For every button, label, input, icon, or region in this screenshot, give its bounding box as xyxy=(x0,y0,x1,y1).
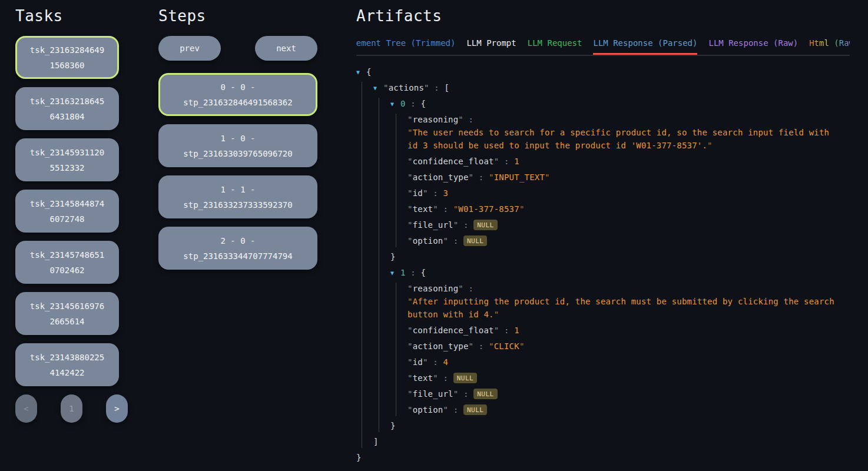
task-item-2[interactable]: tsk_231459311205512332 xyxy=(15,138,119,181)
steps-prev-button[interactable]: prev xyxy=(158,36,221,61)
json-key: file_url xyxy=(413,220,453,230)
collapse-icon[interactable]: ▼ xyxy=(390,267,397,279)
pagination-page-1-button[interactable]: 1 xyxy=(61,394,82,423)
json-colon: : xyxy=(458,220,473,230)
quote-mark: " xyxy=(423,188,428,198)
json-key: file_url xyxy=(413,389,453,399)
tab-html-raw[interactable]: Html (Raw) xyxy=(809,36,850,55)
json-colon: : xyxy=(428,188,443,198)
artifacts-tabbar: Element Tree (Trimmed)LLM PromptLLM Requ… xyxy=(356,36,850,56)
quote-mark: " xyxy=(458,284,463,293)
collapse-icon[interactable]: ▼ xyxy=(373,82,380,94)
tab-llm-response-parsed[interactable]: LLM Response (Parsed) xyxy=(593,36,697,55)
quote-mark: " xyxy=(408,157,413,166)
tasks-title: Tasks xyxy=(15,7,119,25)
json-key: reasoning xyxy=(413,284,459,293)
quote-mark: " xyxy=(408,236,413,246)
json-children-group: ▼0 : {"reasoning" : "The user needs to s… xyxy=(379,98,834,432)
quote-mark: " xyxy=(408,357,413,367)
task-item-0[interactable]: tsk_231632846491568360 xyxy=(15,36,119,79)
open-bracket: [ xyxy=(445,83,450,92)
quote-mark: " xyxy=(424,83,429,92)
collapse-icon[interactable]: ▼ xyxy=(390,98,397,110)
json-key: id xyxy=(413,357,423,367)
quote-mark: " xyxy=(433,373,438,383)
json-colon: : xyxy=(473,341,489,351)
json-property-row: "id" : 3 xyxy=(408,187,834,200)
json-colon: : xyxy=(463,284,473,293)
json-expandable-row: ▼0 : { xyxy=(390,98,834,110)
quote-mark: " xyxy=(408,297,413,306)
task-item-5[interactable]: tsk_231456169762665614 xyxy=(15,292,119,335)
json-colon: : xyxy=(438,204,453,214)
tasks-pagination: < 1 > xyxy=(15,394,128,423)
steps-next-button[interactable]: next xyxy=(255,36,317,61)
quote-mark: " xyxy=(408,128,413,137)
task-item-4[interactable]: tsk_231457486510702462 xyxy=(15,241,119,284)
tab-element-tree-trimmed[interactable]: Element Tree (Trimmed) xyxy=(356,36,455,55)
quote-mark: " xyxy=(408,389,413,399)
json-property-row: "reasoning" : "The user needs to search … xyxy=(408,114,834,152)
json-string-value: "The user needs to search for a specific… xyxy=(408,126,834,152)
quote-mark: " xyxy=(433,204,438,214)
step-item-3[interactable]: 2 - 0 - stp_231633344707774794 xyxy=(158,227,317,270)
json-string-value: "INPUT_TEXT" xyxy=(489,173,550,182)
quote-mark: " xyxy=(489,173,494,182)
tab-llm-request[interactable]: LLM Request xyxy=(528,36,582,55)
quote-mark: " xyxy=(383,83,389,92)
json-colon: : xyxy=(406,99,421,108)
pagination-prev-button[interactable]: < xyxy=(15,394,37,423)
step-list: 0 - 0 - stp_2316328464915683621 - 0 - st… xyxy=(158,73,317,270)
close-bracket: } xyxy=(356,452,834,464)
json-property-row: "confidence_float" : 1 xyxy=(408,155,834,168)
quote-mark: " xyxy=(519,341,525,351)
json-property-row: "option" : NULL xyxy=(408,404,834,416)
close-bracket: ] xyxy=(373,436,834,448)
step-item-2[interactable]: 1 - 1 - stp_231633237333592370 xyxy=(158,175,317,218)
json-key: text xyxy=(413,373,433,383)
json-number-value: 3 xyxy=(443,188,448,198)
step-item-1[interactable]: 1 - 0 - stp_231633039765096720 xyxy=(158,124,317,167)
quote-mark: " xyxy=(408,341,413,351)
artifacts-panel: Artifacts Element Tree (Trimmed)LLM Prom… xyxy=(356,0,850,467)
step-item-0[interactable]: 0 - 0 - stp_231632846491568362 xyxy=(158,73,317,116)
quote-mark: " xyxy=(489,341,494,351)
open-bracket: { xyxy=(421,99,426,108)
quote-mark: " xyxy=(408,115,413,124)
tab-llm-response-raw[interactable]: LLM Response (Raw) xyxy=(708,36,798,55)
quote-mark: " xyxy=(408,188,413,198)
artifacts-title: Artifacts xyxy=(356,7,850,25)
task-item-1[interactable]: tsk_231632186456431804 xyxy=(15,87,119,130)
quote-mark: " xyxy=(443,405,448,414)
quote-mark: " xyxy=(408,326,413,335)
task-item-3[interactable]: tsk_231458448746072748 xyxy=(15,190,119,233)
json-colon: : xyxy=(429,83,445,92)
json-expandable-row: ▼"actions" : [ xyxy=(373,82,834,94)
json-viewer: ▼{▼"actions" : [▼0 : {"reasoning" : "The… xyxy=(356,66,834,464)
quote-mark: " xyxy=(408,373,413,383)
json-property-row: "confidence_float" : 1 xyxy=(408,324,834,337)
json-property-row: "action_type" : "INPUT_TEXT" xyxy=(408,171,834,184)
null-badge: NULL xyxy=(463,236,488,246)
task-item-6[interactable]: tsk_231438802254142422 xyxy=(15,343,119,386)
tab-llm-prompt[interactable]: LLM Prompt xyxy=(466,36,516,55)
quote-mark: " xyxy=(423,357,428,367)
pagination-next-button[interactable]: > xyxy=(106,394,128,423)
null-badge: NULL xyxy=(453,373,478,383)
quote-mark: " xyxy=(469,173,474,182)
json-property-row: "text" : NULL xyxy=(408,372,834,384)
json-key: action_type xyxy=(413,341,469,351)
json-expandable-row: ▼{ xyxy=(356,66,834,78)
quote-mark: " xyxy=(408,284,413,293)
json-number-value: 1 xyxy=(514,326,519,335)
json-number-value: 1 xyxy=(514,157,519,166)
quote-mark: " xyxy=(408,204,413,214)
collapse-icon[interactable]: ▼ xyxy=(356,66,363,78)
quote-mark: " xyxy=(707,141,713,150)
quote-mark: " xyxy=(443,236,448,246)
json-key: option xyxy=(413,405,443,414)
json-property-row: "file_url" : NULL xyxy=(408,388,834,400)
json-key: confidence_float xyxy=(413,157,494,166)
json-colon: : xyxy=(428,357,443,367)
quote-mark: " xyxy=(408,173,413,182)
